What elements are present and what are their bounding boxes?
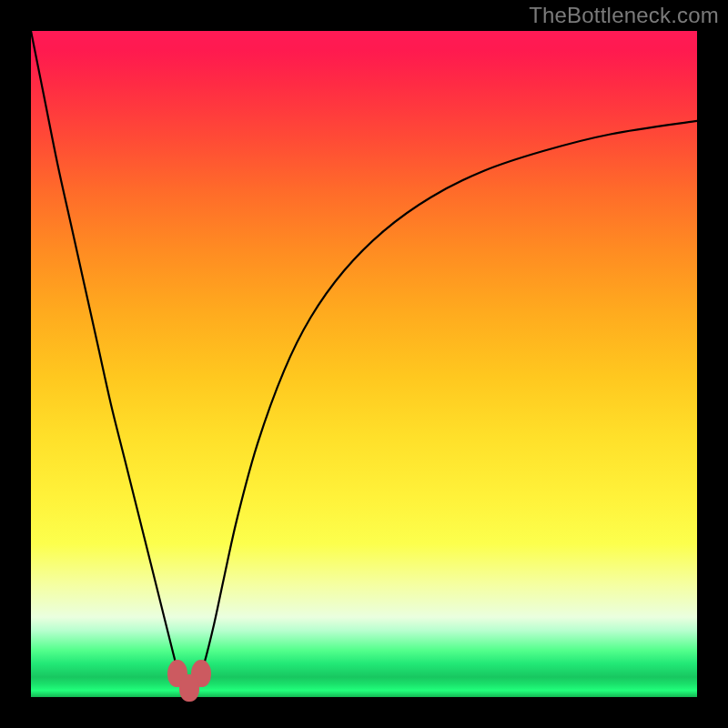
plot-area <box>31 31 697 697</box>
bottleneck-curve <box>31 31 697 697</box>
marker-blob <box>179 674 199 702</box>
chart-frame: TheBottleneck.com <box>0 0 728 728</box>
watermark-text: TheBottleneck.com <box>529 3 719 28</box>
